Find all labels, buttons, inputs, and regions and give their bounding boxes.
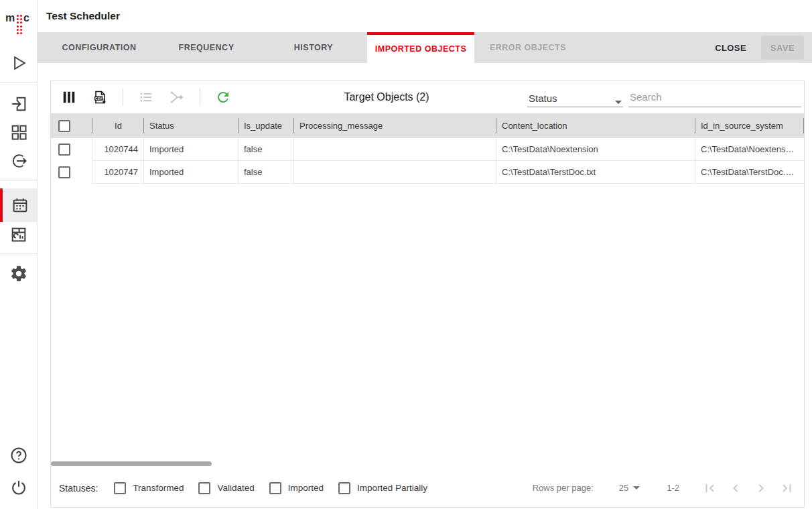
chevron-right-icon [753,480,769,496]
row-checkbox[interactable] [58,144,70,156]
cell-is-update: false [239,138,294,161]
merge-button[interactable] [169,89,185,105]
tab-frequency[interactable]: FREQUENCY [153,32,260,63]
sidebar-item-modules[interactable] [0,123,37,142]
power-icon [9,478,28,497]
mc-logo: m c [0,9,37,51]
rows-per-page-select[interactable]: 25 [619,483,640,493]
chevron-down-icon [633,486,640,490]
table-empty-area [51,184,804,459]
checkbox-label: Transformed [133,483,184,493]
cell-id: 1020747 [92,161,144,184]
sidebar-item-logoff[interactable] [0,478,37,497]
table-row[interactable]: 1020744 Imported false C:\TestData\Noext… [51,138,804,161]
statuses-label: Statuses: [59,483,98,494]
previous-page-button[interactable] [728,480,744,496]
column-header-is-update[interactable]: Is_update [239,113,294,138]
column-header-content-location[interactable]: Content_location [496,113,695,138]
column-header-processing-message[interactable]: Processing_message [294,113,496,138]
tab-error-objects[interactable]: ERROR OBJECTS [474,32,582,63]
chevron-left-icon [728,480,744,496]
checkbox-label: Imported [288,483,324,493]
tab-history[interactable]: HISTORY [260,32,367,63]
content-area: CSV Target Objects (2) [38,63,812,509]
sidebar-item-settings[interactable] [0,264,37,283]
transformed-checkbox[interactable] [114,482,126,494]
page-range: 1-2 [667,483,679,493]
status-filter-label: Status [529,93,557,104]
rows-per-page-value: 25 [619,483,628,493]
table-toolbar: CSV Target Objects (2) [51,81,804,113]
page-title: Test Scheduler [46,10,120,22]
sidebar-divider [0,82,37,82]
last-page-button[interactable] [779,480,795,496]
imported-checkbox[interactable] [269,482,281,494]
close-button[interactable]: CLOSE [715,43,746,53]
tab-bar: CONFIGURATION FREQUENCY HISTORY IMPORTED… [38,32,812,63]
next-page-button[interactable] [753,480,769,496]
cell-content-location: C:\TestData\TerstDoc.txt [496,161,695,184]
logo-letter-c: c [23,12,29,24]
checkbox-label: Imported Partially [357,483,427,493]
table-header-row: Id Status Is_update Processing_message C… [51,113,804,138]
grid-icon [9,123,28,142]
import-icon [9,95,28,113]
play-icon [9,54,28,72]
logo-letter-m: m [5,12,15,24]
column-header-id-in-source-system[interactable]: Id_in_source_system [695,113,804,138]
title-bar: Test Scheduler [38,0,812,32]
sidebar-item-help[interactable] [0,446,37,465]
toolbar-divider [200,89,200,106]
search-input[interactable] [628,89,801,105]
cell-id: 1020744 [92,138,144,161]
columns-button[interactable] [61,89,77,105]
help-icon [9,446,28,465]
sidebar-item-import[interactable] [0,95,37,113]
imported-partially-checkbox[interactable] [338,482,350,494]
rows-per-page-label: Rows per page: [533,483,594,493]
report-icon [9,225,28,244]
horizontal-scrollbar-thumb[interactable] [51,461,212,466]
tab-imported-objects[interactable]: IMPORTED OBJECTS [367,32,474,63]
csv-export-button[interactable]: CSV [92,89,108,105]
search-box [628,89,801,107]
left-sidebar: m c [0,0,38,509]
logo-dots [17,15,19,17]
select-all-cell [51,113,92,138]
select-all-checkbox[interactable] [58,120,70,132]
validated-checkbox[interactable] [198,482,210,494]
app-window: m c [0,0,812,509]
cell-id-in-source-system: C:\TestData\TerstDoc.… [695,161,804,184]
svg-text:CSV: CSV [95,97,103,101]
status-filter-select[interactable]: Status [527,89,623,107]
merge-icon [169,89,185,105]
sidebar-item-reports[interactable] [0,225,37,244]
status-filter-imported-partially: Imported Partially [338,482,427,494]
first-page-button[interactable] [702,480,718,496]
column-header-id[interactable]: Id [92,113,144,138]
sidebar-item-scheduler-selected[interactable] [0,188,37,222]
list-view-button[interactable] [138,89,154,105]
columns-icon [62,90,76,105]
filter-group: Status [527,81,801,113]
cell-is-update: false [239,161,294,184]
row-checkbox[interactable] [58,166,70,178]
save-button[interactable]: SAVE [761,36,804,60]
tab-configuration[interactable]: CONFIGURATION [46,32,153,63]
cell-id-in-source-system: C:\TestData\Noextens… [695,138,804,161]
table-row[interactable]: 1020747 Imported false C:\TestData\Terst… [51,161,804,184]
refresh-icon [215,89,231,105]
horizontal-scrollbar [51,459,804,469]
logout-circle-icon [9,152,28,170]
toolbar-divider [123,89,123,106]
status-filter-imported: Imported [269,482,324,494]
gear-icon [9,264,28,283]
refresh-button[interactable] [215,89,231,105]
first-page-icon [702,480,718,496]
main-area: Test Scheduler CONFIGURATION FREQUENCY H… [38,0,812,509]
column-header-status[interactable]: Status [144,113,239,138]
sidebar-item-export[interactable] [0,152,37,170]
cell-processing-message [294,161,496,184]
chevron-down-icon [615,101,622,104]
sidebar-item-run[interactable] [0,54,37,72]
